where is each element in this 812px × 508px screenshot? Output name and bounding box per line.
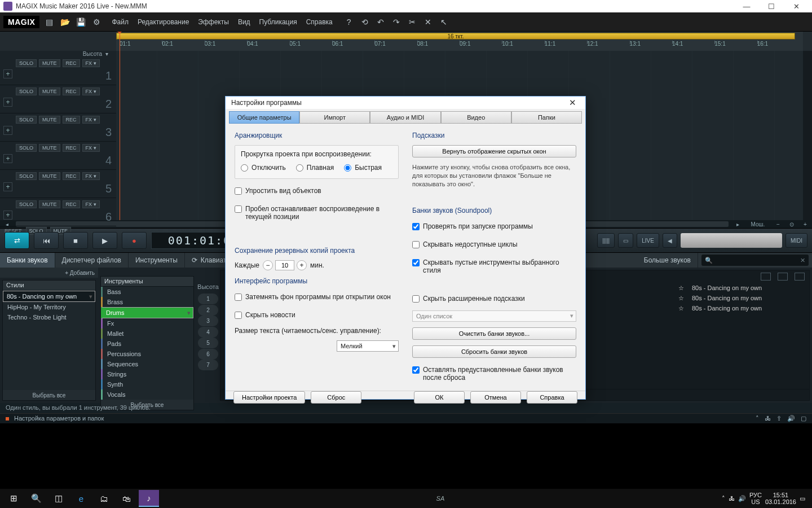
hide-ext-hints-checkbox[interactable]: Скрыть расширенные подсказки (412, 295, 576, 303)
style-item[interactable]: 80s - Dancing on my own (3, 291, 95, 302)
ruler-tick[interactable]: 04:1 (247, 41, 289, 51)
stepper-minus[interactable]: − (263, 260, 273, 270)
dialog-help-button[interactable]: Справка (527, 391, 577, 404)
window-minimize-button[interactable]: — (734, 0, 759, 12)
track-add-button[interactable]: + (3, 154, 12, 163)
track-header[interactable]: + SOLO MUTE REC FX ▾ 1 (0, 57, 116, 85)
cursor-icon[interactable]: ↖ (438, 16, 450, 28)
instrument-item[interactable]: Vocals (101, 389, 193, 400)
hide-news-checkbox[interactable]: Скрыть новости (235, 311, 399, 319)
pitch-cell[interactable]: 4 (198, 327, 218, 338)
track-add-button[interactable]: + (3, 98, 12, 107)
tray-network-icon[interactable]: 🖧 (729, 495, 735, 502)
dtab-import[interactable]: Импорт (299, 111, 370, 124)
track-solo-button[interactable]: SOLO (16, 200, 37, 208)
view-grid-icon[interactable] (778, 273, 788, 281)
track-solo-button[interactable]: SOLO (16, 59, 37, 67)
track-rec-button[interactable]: REC (63, 116, 80, 124)
favorite-star-icon[interactable]: ☆ (678, 295, 686, 302)
dialog-ok-button[interactable]: ОК (414, 391, 465, 404)
ruler-tick[interactable]: 14:1 (672, 41, 714, 51)
track-rec-button[interactable]: REC (63, 200, 80, 208)
track-add-button[interactable]: + (3, 211, 12, 220)
dtab-folders[interactable]: Папки (511, 111, 582, 124)
menu-help[interactable]: Справка (306, 18, 333, 26)
track-rec-button[interactable]: REC (63, 172, 80, 180)
ruler-tick[interactable]: 06:1 (332, 41, 374, 51)
style-item[interactable]: Techno - Strobe Light (3, 312, 95, 322)
menu-effects[interactable]: Эффекты (198, 18, 229, 26)
track-add-button[interactable]: + (3, 182, 12, 191)
space-stops-checkbox[interactable]: Пробел останавливает воспроизведение в т… (235, 205, 399, 221)
ruler-tick[interactable]: 16:1 (757, 41, 800, 51)
ruler-tick[interactable]: 05:1 (290, 41, 332, 51)
track-fx-button[interactable]: FX ▾ (82, 200, 100, 208)
dtab-audio-midi[interactable]: Аудио и MIDI (370, 111, 440, 124)
ruler-tick[interactable]: 11:1 (545, 41, 587, 51)
rewind-button[interactable]: ⏮ (34, 232, 59, 249)
tray-vol-icon[interactable]: 🔊 (787, 415, 795, 422)
ruler-tick[interactable]: 09:1 (460, 41, 502, 51)
track-mute-button[interactable]: MUTE (39, 172, 60, 180)
ruler-tick[interactable]: 10:1 (502, 41, 544, 51)
redo-icon[interactable]: ↷ (390, 16, 403, 28)
track-mute-button[interactable]: MUTE (39, 59, 60, 67)
menu-publish[interactable]: Публикация (259, 18, 297, 26)
cut-icon[interactable]: ✂ (406, 16, 418, 28)
tab-more-sounds[interactable]: Больше звуков (637, 253, 698, 268)
track-fx-button[interactable]: FX ▾ (82, 87, 100, 95)
instrument-item[interactable]: Brass (101, 297, 193, 307)
playhead[interactable] (120, 32, 120, 220)
menu-edit[interactable]: Редактирование (138, 18, 189, 26)
text-size-select[interactable]: Мелкий (337, 340, 399, 352)
scroll-off-radio[interactable]: Отключить (241, 164, 286, 172)
track-header[interactable]: + SOLO MUTE REC FX ▾ 6 (0, 198, 116, 226)
backup-interval-stepper[interactable]: − + (263, 260, 307, 270)
play-button[interactable]: ▶ (92, 232, 117, 249)
midi-keyboard[interactable] (681, 233, 782, 248)
track-solo-button[interactable]: SOLO (16, 144, 37, 152)
dim-bg-checkbox[interactable]: Затемнять фон программы при открытии око… (235, 293, 399, 301)
tray-net-icon[interactable]: 🖧 (765, 415, 771, 422)
dialog-close-button[interactable]: ✕ (565, 97, 580, 109)
notifications-icon[interactable]: ▭ (800, 495, 805, 502)
stop-button[interactable]: ■ (63, 232, 88, 249)
tray-chevron-icon[interactable]: ˄ (722, 495, 725, 502)
ruler-tick[interactable]: 15:1 (714, 41, 757, 51)
track-fx-button[interactable]: FX ▾ (82, 59, 100, 67)
menu-file[interactable]: Файл (112, 18, 129, 26)
favorite-star-icon[interactable]: ☆ (678, 284, 686, 292)
instrument-item[interactable]: Drums (101, 307, 193, 318)
reset-soundpools-button[interactable]: Сбросить банки звуков (412, 345, 576, 358)
clear-search-icon[interactable]: ✕ (800, 257, 805, 264)
tab-instruments[interactable]: Инструменты (129, 253, 185, 268)
stepper-plus[interactable]: + (297, 260, 307, 270)
undo-icon[interactable]: ↶ (374, 16, 387, 28)
track-mute-button[interactable]: MUTE (39, 87, 60, 95)
save-icon[interactable]: 💾 (74, 16, 87, 28)
view-detail-icon[interactable] (795, 273, 805, 281)
track-solo-button[interactable]: SOLO (16, 172, 37, 180)
edge-icon[interactable]: e (71, 490, 91, 507)
window-close-button[interactable]: ✕ (784, 0, 809, 12)
simplify-checkbox[interactable]: Упростить вид объектов (235, 187, 399, 195)
search-input[interactable] (713, 257, 800, 264)
track-rec-button[interactable]: REC (63, 87, 80, 95)
view-mode-1[interactable]: ||||| (597, 233, 615, 248)
loop-range[interactable]: 16 ткт. (116, 33, 795, 40)
magix-taskbar-icon[interactable]: ♪ (139, 490, 159, 507)
dtab-general[interactable]: Общие параметры (229, 111, 299, 124)
track-mute-button[interactable]: MUTE (39, 144, 60, 152)
track-header[interactable]: + SOLO MUTE REC FX ▾ 2 (0, 85, 116, 113)
instrument-item[interactable]: Mallet (101, 329, 193, 339)
help-icon[interactable]: ? (343, 16, 355, 28)
pitch-cell[interactable]: 5 (198, 338, 218, 348)
instrument-item[interactable]: Strings (101, 369, 193, 379)
track-fx-button[interactable]: FX ▾ (82, 172, 100, 180)
restore-windows-button[interactable]: Вернуть отображение скрытых окон (412, 145, 576, 157)
ruler-tick[interactable]: 01:1 (120, 41, 162, 51)
view-mode-live[interactable]: LIVE (637, 233, 659, 248)
instrument-item[interactable]: Percussions (101, 349, 193, 359)
instrument-item[interactable]: Synth (101, 379, 193, 389)
search-taskbar-icon[interactable]: 🔍 (26, 490, 46, 507)
